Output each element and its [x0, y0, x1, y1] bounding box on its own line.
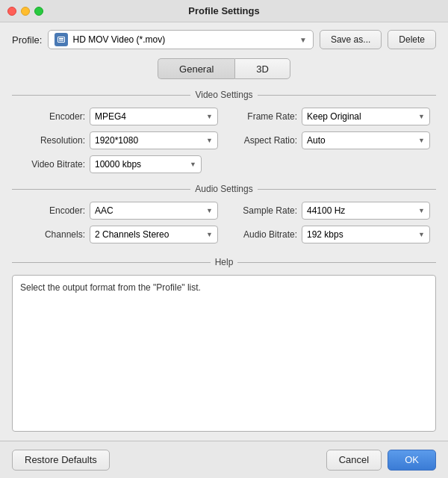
help-line-right	[237, 262, 436, 263]
cancel-button[interactable]: Cancel	[326, 450, 382, 471]
framerate-dropdown[interactable]: Keep Original ▼	[302, 108, 430, 125]
samplerate-label: Sample Rate:	[230, 205, 297, 216]
resolution-dropdown[interactable]: 1920*1080 ▼	[90, 131, 218, 149]
audio-settings-section: Audio Settings Encoder: AAC ▼ Sample Rat…	[12, 184, 436, 243]
audio-bitrate-label: Audio Bitrate:	[230, 229, 297, 240]
framerate-label: Frame Rate:	[230, 111, 297, 122]
encoder-row: Encoder: MPEG4 ▼	[18, 108, 218, 125]
channels-dropdown[interactable]: 2 Channels Stereo ▼	[90, 226, 218, 243]
audio-encoder-chevron-icon: ▼	[206, 207, 213, 214]
audio-encoder-value: AAC	[95, 205, 113, 216]
profile-select-text-area: HD MOV Video (*.mov)	[55, 33, 299, 46]
resolution-row: Resolution: 1920*1080 ▼	[18, 131, 218, 149]
help-section: Help Select the output format from the "…	[12, 257, 436, 432]
encoder-value: MPEG4	[95, 111, 126, 122]
framerate-value: Keep Original	[307, 111, 361, 122]
audio-line-left	[12, 189, 190, 190]
audio-encoder-row: Encoder: AAC ▼	[18, 202, 218, 220]
audio-encoder-dropdown[interactable]: AAC ▼	[90, 202, 218, 220]
bottom-right-buttons: Cancel OK	[326, 450, 436, 471]
delete-button[interactable]: Delete	[388, 30, 436, 49]
audio-bitrate-chevron-icon: ▼	[418, 231, 425, 238]
aspect-row: Aspect Ratio: Auto ▼	[230, 131, 430, 149]
channels-row: Channels: 2 Channels Stereo ▼	[18, 226, 218, 243]
audio-section-header: Audio Settings	[12, 184, 436, 194]
main-content: Profile: HD MOV Video (*.mov) ▼ Save as.…	[0, 22, 448, 441]
restore-defaults-button[interactable]: Restore Defaults	[12, 450, 110, 471]
traffic-lights	[7, 7, 43, 16]
aspect-chevron-icon: ▼	[418, 137, 425, 144]
samplerate-chevron-icon: ▼	[418, 207, 425, 214]
aspect-dropdown[interactable]: Auto ▼	[302, 131, 430, 149]
section-line-right	[258, 95, 436, 96]
video-settings-grid: Encoder: MPEG4 ▼ Frame Rate: Keep Origin…	[12, 108, 436, 149]
encoder-label: Encoder:	[18, 111, 85, 122]
titlebar: Profile Settings	[0, 0, 448, 22]
audio-bitrate-row: Audio Bitrate: 192 kbps ▼	[230, 226, 430, 243]
profile-row: Profile: HD MOV Video (*.mov) ▼ Save as.…	[12, 30, 436, 49]
video-section-title: Video Settings	[195, 90, 252, 100]
ok-button[interactable]: OK	[388, 450, 436, 471]
help-line-left	[12, 262, 211, 263]
tab-general[interactable]: General	[158, 58, 234, 79]
tabs-row: General 3D	[12, 58, 436, 79]
window-title: Profile Settings	[188, 5, 259, 16]
close-button[interactable]	[7, 7, 16, 16]
framerate-chevron-icon: ▼	[418, 113, 425, 120]
samplerate-dropdown[interactable]: 44100 Hz ▼	[302, 202, 430, 220]
bitrate-chevron-icon: ▼	[190, 161, 196, 168]
audio-line-right	[258, 189, 436, 190]
minimize-button[interactable]	[21, 7, 30, 16]
profile-value: HD MOV Video (*.mov)	[72, 34, 165, 45]
help-section-header: Help	[12, 257, 436, 267]
resolution-chevron-icon: ▼	[206, 137, 213, 144]
help-text: Select the output format from the "Profi…	[20, 282, 201, 293]
channels-label: Channels:	[18, 229, 85, 240]
video-bitrate-dropdown[interactable]: 10000 kbps ▼	[90, 155, 202, 173]
resolution-label: Resolution:	[18, 135, 85, 146]
bottom-bar: Restore Defaults Cancel OK	[0, 441, 448, 478]
aspect-label: Aspect Ratio:	[230, 135, 297, 146]
profile-dropdown[interactable]: HD MOV Video (*.mov) ▼	[48, 30, 313, 49]
video-bitrate-row: Video Bitrate: 10000 kbps ▼	[12, 155, 436, 173]
audio-section-title: Audio Settings	[195, 184, 252, 194]
framerate-row: Frame Rate: Keep Original ▼	[230, 108, 430, 125]
video-section-header: Video Settings	[12, 90, 436, 100]
chevron-down-icon: ▼	[299, 36, 307, 44]
video-icon	[57, 37, 65, 43]
samplerate-value: 44100 Hz	[307, 205, 345, 216]
video-settings-section: Video Settings Encoder: MPEG4 ▼ Frame Ra…	[12, 90, 436, 173]
profile-label: Profile:	[12, 34, 42, 46]
maximize-button[interactable]	[34, 7, 43, 16]
encoder-dropdown[interactable]: MPEG4 ▼	[90, 108, 218, 125]
tab-3d[interactable]: 3D	[234, 58, 290, 79]
help-section-title: Help	[215, 257, 234, 267]
section-line-left	[12, 95, 190, 96]
video-bitrate-label: Video Bitrate:	[18, 159, 85, 170]
channels-value: 2 Channels Stereo	[95, 229, 169, 240]
save-as-button[interactable]: Save as...	[320, 30, 382, 49]
help-box: Select the output format from the "Profi…	[12, 275, 436, 432]
aspect-value: Auto	[307, 135, 326, 146]
audio-bitrate-value: 192 kbps	[307, 229, 343, 240]
profile-icon	[55, 33, 68, 46]
resolution-value: 1920*1080	[95, 135, 138, 146]
samplerate-row: Sample Rate: 44100 Hz ▼	[230, 202, 430, 220]
channels-chevron-icon: ▼	[206, 231, 213, 238]
audio-settings-grid: Encoder: AAC ▼ Sample Rate: 44100 Hz ▼ C…	[12, 202, 436, 243]
encoder-chevron-icon: ▼	[206, 113, 213, 120]
audio-bitrate-dropdown[interactable]: 192 kbps ▼	[302, 226, 430, 243]
video-bitrate-value: 10000 kbps	[95, 159, 141, 170]
audio-encoder-label: Encoder:	[18, 205, 85, 216]
